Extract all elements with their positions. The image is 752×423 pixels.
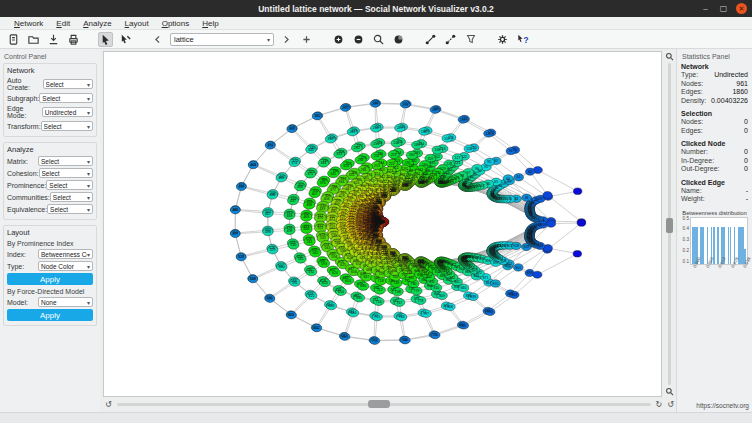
whats-this-button[interactable]: ?	[515, 32, 530, 47]
zoom-out-icon[interactable]	[665, 387, 674, 396]
svg-text:623: 623	[322, 281, 328, 285]
svg-text:654: 654	[338, 290, 344, 294]
svg-text:901: 901	[515, 266, 521, 270]
svg-text:959: 959	[540, 223, 546, 227]
add-relation-button[interactable]	[299, 32, 314, 47]
graph-node[interactable]	[577, 220, 586, 227]
svg-text:781: 781	[408, 276, 414, 280]
edit-cursor-icon	[119, 33, 132, 46]
graph-node[interactable]	[573, 250, 582, 257]
statistics-panel-title: Statistics Panel	[681, 51, 748, 63]
zoom-in-icon[interactable]	[665, 52, 674, 61]
rotation-slider-handle[interactable]	[368, 400, 390, 408]
menu-layout[interactable]: Layout	[125, 19, 149, 28]
type-select[interactable]: Node Color▾	[38, 261, 93, 271]
zoom-slider-handle[interactable]	[666, 218, 673, 233]
index-label: Index:	[7, 251, 26, 258]
network-graph[interactable]: 3456789101112131415161718192021222324252…	[104, 52, 661, 396]
menu-help[interactable]: Help	[202, 19, 218, 28]
svg-text:180: 180	[407, 169, 413, 173]
cohesion-select[interactable]: Select▾	[39, 168, 93, 178]
remove-node-button[interactable]	[351, 32, 366, 47]
rotate-right-icon[interactable]: ↻	[656, 401, 663, 409]
transform-select[interactable]: Select▾	[41, 121, 93, 131]
svg-text:466: 466	[232, 208, 238, 212]
chevron-down-icon: ▾	[87, 81, 90, 88]
new-network-button[interactable]	[6, 32, 21, 47]
svg-text:35: 35	[508, 197, 512, 201]
relation-combobox[interactable]: lattice ▾	[170, 33, 274, 46]
find-node-button[interactable]	[371, 32, 386, 47]
svg-text:128: 128	[446, 162, 452, 166]
svg-text:564: 564	[335, 241, 341, 245]
graph-node[interactable]	[546, 220, 555, 227]
matrix-label: Matrix:	[7, 158, 28, 165]
svg-text:?: ?	[523, 35, 528, 45]
force-apply-button[interactable]: Apply	[7, 309, 93, 321]
network-group-title: Network	[7, 66, 93, 75]
next-relation-button[interactable]	[279, 32, 294, 47]
svg-text:316: 316	[354, 181, 360, 185]
svg-text:346: 346	[339, 180, 345, 184]
maximize-button[interactable]: ▢	[718, 3, 729, 14]
analyze-group-title: Analyze	[7, 145, 93, 154]
zoom-slider[interactable]	[668, 63, 671, 385]
menu-network[interactable]: Network	[14, 19, 43, 28]
transform-row: Transform: Select▾	[7, 121, 93, 131]
stats-selection-section: Selection Nodes:0 Edges:0	[681, 110, 748, 135]
reset-view-icon[interactable]: ↺	[667, 401, 674, 409]
stats-clicked-node-section: Clicked Node Number:0 In-Degree:0 Out-De…	[681, 140, 748, 174]
subgraph-select[interactable]: Select▾	[39, 93, 93, 103]
svg-text:531: 531	[307, 240, 313, 244]
previous-relation-button[interactable]	[150, 32, 165, 47]
prominence-select[interactable]: Select▾	[46, 180, 93, 190]
socnetv-link[interactable]: https://socnetv.org	[696, 402, 749, 409]
svg-text:652: 652	[314, 326, 320, 330]
selection-edges-row: Edges:0	[681, 127, 748, 136]
prominence-apply-button[interactable]: Apply	[7, 273, 93, 285]
menu-options[interactable]: Options	[162, 19, 190, 28]
rotate-left-icon[interactable]: ↺	[105, 401, 112, 409]
svg-text:218: 218	[402, 103, 408, 107]
select-mode-button[interactable]	[98, 32, 113, 47]
equivalence-select[interactable]: Select▾	[47, 204, 93, 214]
equivalence-label: Equivalence:	[7, 206, 47, 213]
minimize-button[interactable]: –	[700, 3, 711, 14]
index-select[interactable]: Betweenness Cen▾	[38, 249, 93, 259]
graph-node[interactable]	[533, 271, 542, 278]
svg-text:190: 190	[409, 153, 415, 157]
svg-text:467: 467	[265, 212, 271, 216]
open-network-button[interactable]	[26, 32, 41, 47]
svg-text:745: 745	[402, 338, 408, 342]
svg-text:213: 213	[394, 159, 400, 163]
svg-text:809: 809	[439, 294, 445, 298]
model-select[interactable]: None▾	[38, 297, 93, 307]
menu-analyze[interactable]: Analyze	[83, 19, 111, 28]
edge-mode-select[interactable]: Undirected▾	[42, 107, 93, 117]
svg-text:561: 561	[298, 257, 304, 261]
edit-mode-button[interactable]	[118, 32, 133, 47]
rotation-slider[interactable]	[117, 403, 651, 406]
remove-edge-button[interactable]	[443, 32, 458, 47]
betweenness-histogram: Betweenness distribution 0.50.40.30.20.1…	[681, 210, 748, 280]
print-network-button[interactable]	[66, 32, 81, 47]
cursor-icon	[99, 33, 112, 46]
add-edge-button[interactable]	[423, 32, 438, 47]
filter-edges-button[interactable]	[463, 32, 478, 47]
auto-create-select[interactable]: Select▾	[43, 79, 93, 89]
communities-select[interactable]: Select▾	[50, 192, 93, 202]
svg-text:751: 751	[392, 269, 398, 273]
svg-text:437: 437	[290, 199, 296, 203]
svg-text:626: 626	[347, 256, 353, 260]
close-button[interactable]: ✕	[736, 3, 747, 14]
add-node-button[interactable]	[331, 32, 346, 47]
matrix-select[interactable]: Select▾	[38, 156, 93, 166]
save-network-button[interactable]	[46, 32, 61, 47]
settings-button[interactable]	[495, 32, 510, 47]
graph-node[interactable]	[543, 192, 552, 199]
svg-text:212: 212	[393, 166, 399, 170]
node-properties-button[interactable]	[391, 32, 406, 47]
graph-node[interactable]	[573, 188, 582, 195]
menu-edit[interactable]: Edit	[56, 19, 70, 28]
graph-canvas[interactable]: 3456789101112131415161718192021222324252…	[103, 51, 662, 397]
